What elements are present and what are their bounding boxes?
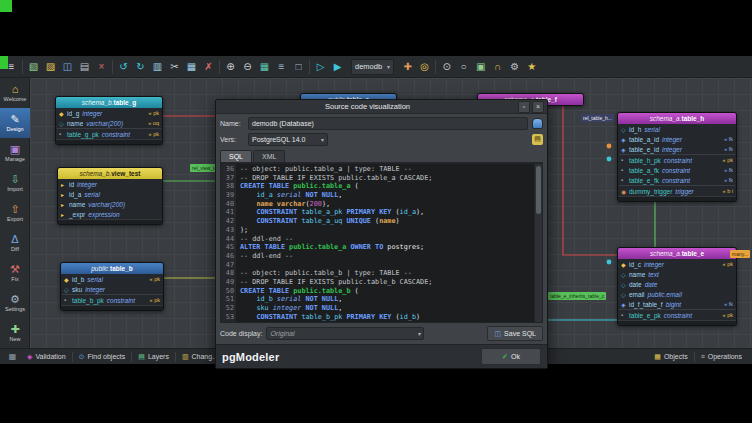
row-marker: « uq bbox=[144, 120, 159, 126]
connection-point-orange[interactable] bbox=[607, 144, 612, 149]
table-row[interactable]: ▪table_a_fkconstraint« fk bbox=[618, 165, 736, 175]
tab-xml[interactable]: XML bbox=[253, 150, 285, 162]
donate-icon[interactable]: ★ bbox=[523, 58, 540, 75]
syntax-config-icon[interactable]: ▤ bbox=[532, 134, 543, 145]
new-model-icon[interactable]: ▧ bbox=[25, 58, 42, 75]
table-row[interactable]: ▸_exprexpression bbox=[58, 209, 162, 219]
layers-tab[interactable]: ▤Layers bbox=[132, 350, 175, 364]
find-objects-tab[interactable]: ⊙Find objects bbox=[73, 350, 132, 364]
view-test[interactable]: schema_b.view_test▸idinteger▸id_aserial▸… bbox=[57, 167, 163, 225]
table-row[interactable]: ▪table_g_pkconstraint« pk bbox=[56, 129, 162, 139]
run-validation-icon[interactable]: ▷ bbox=[312, 58, 329, 75]
model-combo[interactable]: demodb ▾ bbox=[351, 59, 394, 75]
expand-canvas-icon[interactable]: □ bbox=[290, 58, 307, 75]
table-row[interactable]: ◉dummy_triggertrigger« b i bbox=[618, 186, 736, 196]
cut-icon[interactable]: ✂ bbox=[166, 58, 183, 75]
table-row[interactable]: ◈table_e_idinteger« fk bbox=[618, 144, 736, 154]
table-row[interactable]: ◇namevarchar(200)« uq bbox=[56, 118, 162, 128]
table-row[interactable]: ▪table_e_pkconstraint« pk bbox=[618, 310, 736, 320]
sidebar-item-manage[interactable]: ▣Manage bbox=[0, 138, 30, 168]
version-combo[interactable]: PostgreSQL 14.0 ▾ bbox=[248, 133, 328, 146]
connection-point-cyan[interactable] bbox=[607, 157, 612, 162]
dialog-title: Source code visualization bbox=[219, 102, 516, 111]
copy-icon[interactable]: ▥ bbox=[149, 58, 166, 75]
table-row[interactable]: ◆id_cinteger« pk bbox=[618, 259, 736, 269]
sidebar-item-fix[interactable]: ⚒Fix bbox=[0, 258, 30, 288]
save-model-icon[interactable]: ◫ bbox=[59, 58, 76, 75]
redo-icon[interactable]: ↻ bbox=[132, 58, 149, 75]
chevron-down-icon: ▾ bbox=[387, 63, 390, 70]
sidebar-item-new[interactable]: ✚New bbox=[0, 318, 30, 348]
table-row[interactable]: ▪table_h_pkconstraint« pk bbox=[618, 155, 736, 165]
sidebar-item-design[interactable]: ✎Design bbox=[0, 108, 30, 138]
zoom-out-icon[interactable]: ⊖ bbox=[239, 58, 256, 75]
code-area[interactable]: 363738394041424344454647484950515253 -- … bbox=[220, 163, 543, 323]
line-number: 49 bbox=[221, 278, 234, 287]
connection-point-teal[interactable] bbox=[607, 260, 612, 265]
table-row[interactable]: ◇id_hserial bbox=[618, 124, 736, 134]
paste-icon[interactable]: ▦ bbox=[183, 58, 200, 75]
pin-icon[interactable]: ▫ bbox=[518, 101, 530, 113]
changelog-icon: ▥ bbox=[182, 353, 189, 361]
objects-tab[interactable]: ▦Objects bbox=[648, 350, 693, 364]
table-row[interactable]: ◆id_ginteger« pk bbox=[56, 108, 162, 118]
align-objects-icon[interactable]: ≡ bbox=[273, 58, 290, 75]
gear-icon[interactable]: ⚙ bbox=[506, 58, 523, 75]
rel-table-h-label[interactable]: rel_table_h... bbox=[581, 114, 614, 122]
sql-source-icon[interactable]: ◎ bbox=[416, 58, 433, 75]
new-object-icon[interactable]: ✚ bbox=[399, 58, 416, 75]
undo-icon[interactable]: ↺ bbox=[115, 58, 132, 75]
scrollbar-thumb[interactable] bbox=[536, 166, 541, 214]
tab-sql[interactable]: SQL bbox=[220, 150, 252, 162]
run-export-icon[interactable]: ▶ bbox=[329, 58, 346, 75]
icon-design: ✎ bbox=[10, 114, 19, 125]
table-row[interactable]: ◇nametext bbox=[618, 269, 736, 279]
table-e[interactable]: schema_a.table_e◆id_cinteger« pk◇nametex… bbox=[617, 247, 737, 326]
sidebar-item-settings[interactable]: ⚙Settings bbox=[0, 288, 30, 318]
save-sql-button[interactable]: ◫ Save SQL bbox=[487, 326, 543, 341]
table-row[interactable]: ◈id_f_table_fbigint« fk bbox=[618, 299, 736, 309]
operations-tab[interactable]: ≡Operations bbox=[695, 350, 748, 364]
delete-icon[interactable]: ✗ bbox=[200, 58, 217, 75]
table-h[interactable]: schema_a.table_h◇id_hserial◈table_a_idin… bbox=[617, 112, 737, 202]
code-display-combo[interactable]: Original ▾ bbox=[266, 327, 424, 340]
sidebar-item-import[interactable]: ⇩Import bbox=[0, 168, 30, 198]
table-b[interactable]: public.table_b◆id_bserial« pk◇skuinteger… bbox=[60, 262, 164, 311]
sidebar-item-diff[interactable]: ΔDiff bbox=[0, 228, 30, 258]
close-model-icon[interactable]: × bbox=[93, 58, 110, 75]
table-row[interactable]: ◆id_bserial« pk bbox=[61, 274, 163, 284]
chevron-down-icon: ▾ bbox=[317, 136, 324, 143]
table-g[interactable]: schema_b.table_g◆id_ginteger« pk◇namevar… bbox=[55, 96, 163, 145]
find-icon[interactable]: ⊙ bbox=[438, 58, 455, 75]
code-scrollbar[interactable] bbox=[534, 164, 542, 322]
canvas-grid-icon[interactable]: ▦ bbox=[4, 348, 21, 365]
close-icon[interactable]: × bbox=[532, 101, 544, 113]
status-tab-label: Operations bbox=[708, 353, 742, 360]
relationship-line-red-right[interactable] bbox=[563, 100, 617, 255]
table-row[interactable]: ◇emailpublic.email bbox=[618, 289, 736, 299]
table-row[interactable]: ▸idinteger bbox=[58, 179, 162, 189]
table-row[interactable]: ▸namevarchar(200) bbox=[58, 199, 162, 209]
magnet-icon[interactable]: ∩ bbox=[489, 58, 506, 75]
dialog-title-bar[interactable]: Source code visualization ▫ × bbox=[216, 100, 547, 114]
table-row[interactable]: ◈table_a_idinteger« fk bbox=[618, 134, 736, 144]
print-icon[interactable]: ▤ bbox=[76, 58, 93, 75]
zoom-in-icon[interactable]: ⊕ bbox=[222, 58, 239, 75]
open-model-icon[interactable]: ▨ bbox=[42, 58, 59, 75]
table-row[interactable]: ◇datedate bbox=[618, 279, 736, 289]
overview-icon[interactable]: ▣ bbox=[472, 58, 489, 75]
table-row[interactable]: ▪table_e_fkconstraint« fk bbox=[618, 175, 736, 185]
ok-button[interactable]: ✓ Ok bbox=[481, 348, 541, 365]
sidebar-item-welcome[interactable]: ⌂Welcome bbox=[0, 78, 30, 108]
zoom-fit-icon[interactable]: ○ bbox=[455, 58, 472, 75]
table-row[interactable]: ◇skuinteger bbox=[61, 284, 163, 294]
sidebar-item-export[interactable]: ⇧Export bbox=[0, 198, 30, 228]
many-label[interactable]: many... bbox=[730, 250, 750, 258]
table-footer bbox=[618, 196, 736, 201]
validation-tab[interactable]: ◈Validation bbox=[21, 350, 72, 364]
table-row[interactable]: ▪table_b_pkconstraint« pk bbox=[61, 295, 163, 305]
show-grid-icon[interactable]: ▦ bbox=[256, 58, 273, 75]
table-schema-name: schema_a. bbox=[650, 115, 682, 122]
table-row[interactable]: ▸id_aserial bbox=[58, 189, 162, 199]
inherits-label[interactable]: table_e_inherits_table_c bbox=[548, 292, 606, 300]
